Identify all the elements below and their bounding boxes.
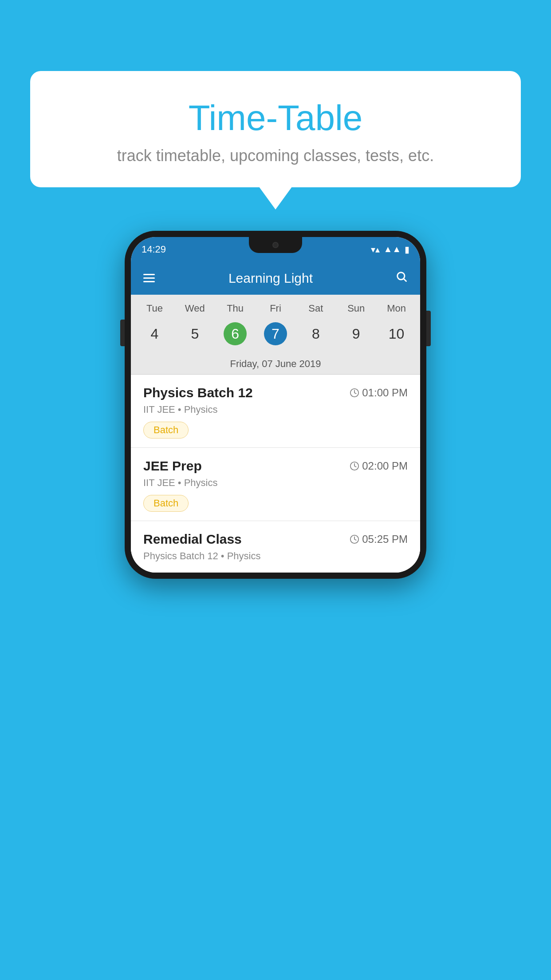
- date-5[interactable]: 5: [175, 322, 215, 346]
- schedule-item-1-header: Physics Batch 12 01:00 PM: [143, 385, 408, 400]
- day-mon: Mon: [376, 303, 417, 314]
- day-wed: Wed: [175, 303, 215, 314]
- day-sun: Sun: [336, 303, 376, 314]
- battery-icon: ▮: [405, 244, 409, 255]
- batch-badge-2: Batch: [143, 495, 189, 512]
- day-fri: Fri: [256, 303, 296, 314]
- day-tue: Tue: [134, 303, 175, 314]
- schedule-title-2: JEE Prep: [143, 458, 202, 474]
- status-time: 14:29: [142, 244, 166, 255]
- camera-dot: [272, 242, 279, 248]
- app-bar: Learning Light: [131, 261, 420, 295]
- bubble-title: Time-Table: [48, 98, 503, 138]
- wifi-icon: ▾▴: [371, 244, 380, 255]
- clock-icon-2: [350, 461, 359, 471]
- dates-row: 4 5 6 7 8 9 10: [131, 319, 420, 354]
- schedule-item-1[interactable]: Physics Batch 12 01:00 PM IIT JEE • Phys…: [131, 375, 420, 448]
- date-7-selected[interactable]: 7: [264, 322, 287, 345]
- schedule-item-2[interactable]: JEE Prep 02:00 PM IIT JEE • Physics Batc…: [131, 448, 420, 521]
- speech-bubble-container: Time-Table track timetable, upcoming cla…: [30, 71, 521, 187]
- speech-bubble: Time-Table track timetable, upcoming cla…: [30, 71, 521, 187]
- svg-line-1: [404, 279, 406, 281]
- schedule-item-3-header: Remedial Class 05:25 PM: [143, 532, 408, 547]
- calendar-section: Tue Wed Thu Fri Sat Sun Mon 4 5 6 7 8 9 …: [131, 295, 420, 375]
- phone-outer: 14:29 ▾▴ ▲▲ ▮ Learning Light: [125, 231, 426, 579]
- schedule-item-2-header: JEE Prep 02:00 PM: [143, 458, 408, 474]
- schedule-time-1: 01:00 PM: [350, 387, 408, 399]
- phone-notch: [249, 237, 302, 253]
- schedule-list: Physics Batch 12 01:00 PM IIT JEE • Phys…: [131, 375, 420, 573]
- phone-device: 14:29 ▾▴ ▲▲ ▮ Learning Light: [125, 231, 426, 579]
- schedule-item-3[interactable]: Remedial Class 05:25 PM Physics Batch 12…: [131, 521, 420, 573]
- days-row: Tue Wed Thu Fri Sat Sun Mon: [131, 295, 420, 319]
- bubble-subtitle: track timetable, upcoming classes, tests…: [48, 146, 503, 165]
- day-thu: Thu: [215, 303, 256, 314]
- search-button[interactable]: [395, 270, 408, 286]
- schedule-time-2: 02:00 PM: [350, 460, 408, 472]
- status-icons: ▾▴ ▲▲ ▮: [371, 244, 409, 255]
- date-8[interactable]: 8: [295, 322, 336, 346]
- date-4[interactable]: 4: [134, 322, 175, 346]
- schedule-subject-2: IIT JEE • Physics: [143, 477, 408, 489]
- date-10[interactable]: 10: [376, 322, 417, 346]
- signal-icon: ▲▲: [383, 244, 401, 254]
- status-bar: 14:29 ▾▴ ▲▲ ▮: [131, 237, 420, 261]
- clock-icon-1: [350, 388, 359, 398]
- clock-icon-3: [350, 534, 359, 544]
- day-sat: Sat: [295, 303, 336, 314]
- schedule-time-3: 05:25 PM: [350, 533, 408, 545]
- app-title: Learning Light: [146, 271, 395, 286]
- selected-date-label: Friday, 07 June 2019: [131, 354, 420, 375]
- date-9[interactable]: 9: [336, 322, 376, 346]
- schedule-subject-3: Physics Batch 12 • Physics: [143, 550, 408, 562]
- batch-badge-1: Batch: [143, 422, 189, 439]
- schedule-title-1: Physics Batch 12: [143, 385, 253, 400]
- phone-screen: 14:29 ▾▴ ▲▲ ▮ Learning Light: [131, 237, 420, 573]
- schedule-subject-1: IIT JEE • Physics: [143, 404, 408, 415]
- date-6-today[interactable]: 6: [224, 322, 247, 345]
- schedule-title-3: Remedial Class: [143, 532, 242, 547]
